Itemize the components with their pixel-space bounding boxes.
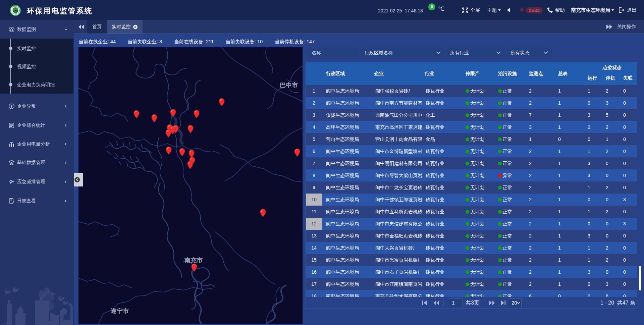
svg-text:遂宁市: 遂宁市: [110, 308, 129, 314]
svg-text:南充市: 南充市: [184, 257, 203, 264]
svg-text:巴中市: 巴中市: [280, 82, 298, 89]
